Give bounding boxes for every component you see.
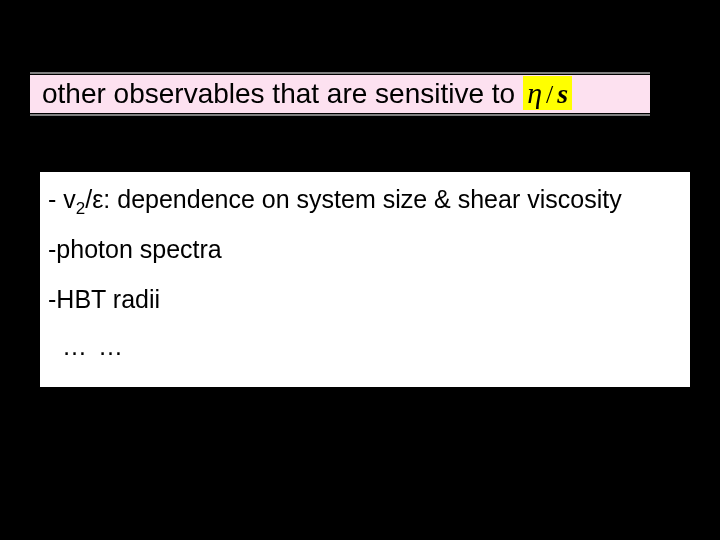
bullet-photon-text: -photon spectra: [48, 234, 222, 264]
bullet-v2-pre: - v: [48, 184, 76, 214]
eta-over-s: η / s: [523, 76, 572, 110]
s-symbol: s: [557, 78, 568, 110]
bullet-hbt: -HBT radii: [40, 274, 690, 324]
eta-symbol: η: [527, 76, 542, 110]
bullet-photon: -photon spectra: [40, 224, 690, 274]
bullet-v2-eps: - v 2 /ε: dependence on system size & sh…: [40, 174, 690, 224]
slash-symbol: /: [546, 80, 553, 110]
title-block: other observables that are sensitive to …: [30, 72, 650, 116]
title-prefix: other observables that are sensitive to: [42, 78, 515, 110]
title-line: other observables that are sensitive to …: [42, 76, 572, 110]
body-block: - v 2 /ε: dependence on system size & sh…: [40, 172, 690, 387]
title-banner: other observables that are sensitive to …: [30, 75, 650, 113]
ellipsis-row: … …: [40, 324, 690, 369]
ellipsis-text: … …: [62, 332, 125, 360]
rule-top: [30, 72, 650, 74]
bullet-hbt-text: -HBT radii: [48, 284, 160, 314]
bullet-v2-post: /ε: dependence on system size & shear vi…: [85, 184, 621, 214]
slide-root: other observables that are sensitive to …: [0, 0, 720, 540]
bullet-v2-sub: 2: [76, 199, 85, 219]
rule-bottom: [30, 114, 650, 116]
